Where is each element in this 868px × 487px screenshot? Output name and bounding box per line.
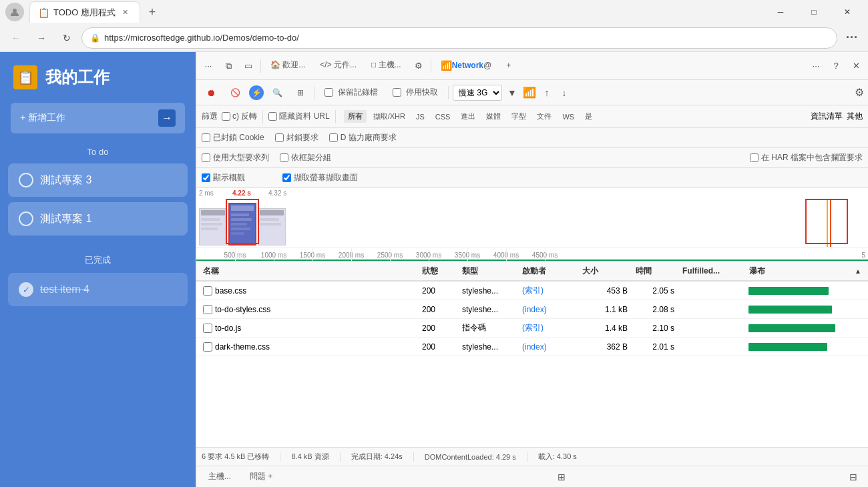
preserve-log-checkbox[interactable] [324, 88, 333, 97]
clear-button[interactable]: ⚡ [249, 85, 264, 100]
big-rows-checkbox[interactable] [202, 153, 210, 162]
invert-checkbox[interactable] [222, 112, 230, 121]
initiator-link-3[interactable]: (索引) [522, 323, 544, 332]
initiator-link-2[interactable]: (index) [522, 305, 547, 314]
show-overview-check[interactable]: 顯示概觀 [202, 172, 245, 183]
big-rows-check[interactable]: 使用大型要求列 [202, 152, 269, 163]
disable-cache-check[interactable]: 停用快取 [387, 84, 444, 101]
filter-inout[interactable]: 進出 [457, 110, 479, 123]
devtools-help-icon[interactable]: ? [827, 57, 845, 75]
bottom-tab-issues[interactable]: 問題 + [243, 468, 279, 485]
new-tab-button[interactable]: + [143, 3, 162, 21]
th-fulfilled[interactable]: Fulfilled... [678, 266, 745, 276]
task-item[interactable]: 測試專案 3 [8, 163, 188, 197]
throttle-select[interactable]: 慢速 3G 快速 3G 離線 無節流 [453, 85, 502, 101]
export-har-button[interactable]: ↓ [557, 85, 572, 100]
table-row[interactable]: dark-theme.css 200 styleshe... (index) 3… [196, 338, 868, 356]
tab-close-button[interactable]: ✕ [120, 7, 132, 19]
devtools-options-icon[interactable]: ··· [807, 57, 825, 75]
table-row[interactable]: base.css 200 styleshe... (索引) 453 B 2.05… [196, 282, 868, 300]
forward-button[interactable]: → [31, 27, 52, 49]
disable-cache-checkbox[interactable] [393, 88, 401, 97]
har-request-check[interactable]: 在 HAR 檔案中包含攔置要求 [750, 152, 863, 163]
devtools-dock-icon[interactable]: ▭ [239, 57, 258, 75]
row-checkbox-2[interactable] [203, 305, 212, 314]
tab-plus[interactable]: + [499, 53, 517, 79]
stop-button[interactable]: 🚫 [224, 84, 246, 101]
filter-xhr[interactable]: 擷取/XHR [369, 110, 409, 123]
browser-more-button[interactable]: ··· [841, 27, 863, 49]
blocked-cookies-checkbox[interactable] [202, 133, 210, 142]
row-checkbox-3[interactable] [203, 324, 212, 333]
group-frame-checkbox[interactable] [280, 153, 288, 162]
filter-all[interactable]: 所有 [344, 110, 367, 123]
waterfall-sort-icon[interactable]: ▲ [855, 268, 861, 275]
blocked-cookies-check[interactable]: 已封鎖 Cookie [202, 132, 264, 143]
tab-host[interactable]: □ 主機... [365, 53, 408, 79]
screenshot-thumb-3[interactable] [258, 208, 286, 246]
third-party-checkbox[interactable] [329, 133, 338, 142]
network-settings-icon[interactable]: ⚙ [855, 86, 864, 99]
devtools-more-icon[interactable]: ··· [199, 57, 218, 75]
filter-icon-button[interactable]: ⊞ [291, 84, 310, 101]
throttle-dropdown-icon[interactable]: ▼ [505, 85, 519, 100]
table-row[interactable]: to-do-styles.css 200 styleshe... (index)… [196, 300, 868, 319]
block-requests-check[interactable]: 封鎖要求 [275, 132, 318, 143]
capture-screenshots-checkbox[interactable] [282, 173, 291, 182]
hide-data-url-checkbox[interactable] [268, 112, 277, 121]
row-checkbox-1[interactable] [203, 286, 212, 296]
initiator-link-1[interactable]: (索引) [522, 286, 544, 295]
tab-settings-icon[interactable]: ⚙ [409, 57, 428, 75]
th-size[interactable]: 大小 [578, 266, 632, 277]
filter-font[interactable]: 字型 [507, 110, 530, 123]
refresh-button[interactable]: ↻ [56, 27, 77, 49]
maximize-button[interactable]: □ [799, 1, 829, 23]
filter-ws[interactable]: WS [558, 110, 578, 123]
task-item[interactable]: 測試專案 1 [8, 202, 188, 235]
back-button[interactable]: ← [5, 27, 27, 49]
filter-js[interactable]: JS [412, 110, 429, 123]
close-button[interactable]: ✕ [832, 1, 863, 23]
tab-welcome[interactable]: 🏠 歡迎... [264, 53, 312, 79]
show-overview-checkbox[interactable] [202, 173, 210, 182]
th-time[interactable]: 時間 [632, 266, 678, 277]
url-bar[interactable]: 🔒 https://microsoftedge.github.io/Demos/… [81, 27, 837, 49]
record-button[interactable]: ⏺ [200, 84, 222, 101]
har-request-checkbox[interactable] [750, 153, 758, 162]
active-tab[interactable]: 📋 TODO 應用程式 ✕ [29, 1, 140, 23]
th-initiator[interactable]: 啟動者 [518, 266, 578, 277]
bottom-tab-host[interactable]: 主機... [202, 468, 238, 485]
row-checkbox-4[interactable] [203, 342, 212, 352]
th-type[interactable]: 類型 [458, 266, 518, 277]
screenshot-thumb-1[interactable] [199, 208, 227, 246]
th-name[interactable]: 名稱 [199, 266, 418, 277]
task-checkbox[interactable] [19, 173, 33, 187]
devtools-close-icon[interactable]: ✕ [847, 57, 865, 75]
preserve-log-check[interactable]: 保留記錄檔 [318, 84, 384, 101]
capture-screenshots-check[interactable]: 擷取螢幕擷取畫面 [282, 172, 358, 183]
table-row[interactable]: to-do.js 200 指令碼 (索引) 1.4 kB 2.10 s [196, 319, 868, 338]
filter-wasm[interactable]: 是 [581, 110, 596, 123]
devtools-bottom-undock[interactable]: ⊞ [552, 468, 571, 486]
invert-filter[interactable]: c) 反轉 [222, 111, 257, 122]
devtools-duplicate-icon[interactable]: ⧉ [219, 57, 238, 75]
task-checkbox[interactable] [19, 211, 33, 226]
th-waterfall[interactable]: 瀑布 ▲ [745, 266, 865, 277]
minimize-button[interactable]: ─ [765, 1, 796, 23]
filter-doc[interactable]: 文件 [533, 110, 556, 123]
group-frame-check[interactable]: 依框架分組 [280, 152, 331, 163]
block-requests-checkbox[interactable] [275, 133, 284, 142]
th-status[interactable]: 狀態 [418, 266, 458, 277]
import-har-button[interactable]: ↑ [539, 85, 554, 100]
tab-network-wifi[interactable]: 📶 Network @ [434, 53, 499, 79]
profile-icon[interactable] [5, 3, 24, 21]
third-party-check[interactable]: D 協力廠商要求 [329, 132, 397, 143]
filter-media[interactable]: 媒體 [482, 110, 505, 123]
wifi-icon-btn[interactable]: 📶 [522, 85, 537, 100]
initiator-link-4[interactable]: (index) [522, 342, 547, 352]
tab-components[interactable]: </> 元件... [313, 53, 363, 79]
filter-css[interactable]: CSS [431, 110, 455, 123]
search-button[interactable]: 🔍 [266, 84, 288, 101]
devtools-bottom-dock[interactable]: ⊟ [844, 468, 863, 486]
hide-data-url-filter[interactable]: 隱藏資料 URL [268, 111, 329, 122]
